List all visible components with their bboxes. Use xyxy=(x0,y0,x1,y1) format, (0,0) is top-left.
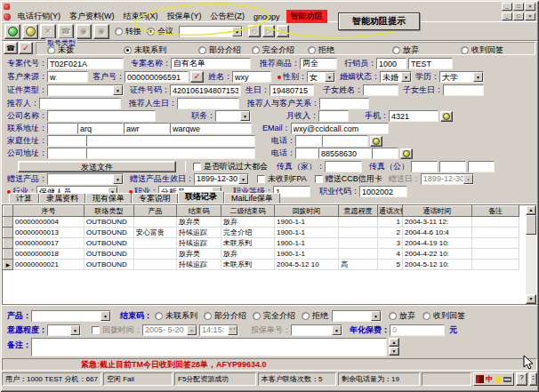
agent-icon[interactable]: ◉ xyxy=(76,24,92,39)
chevron-down-icon[interactable]: ▼ xyxy=(70,325,80,335)
callback-date-combo[interactable]: 2005- 5-20▼ xyxy=(142,324,197,336)
remark-textarea[interactable] xyxy=(31,338,387,356)
customer-check-icon[interactable]: ✓ xyxy=(190,71,204,83)
col-contact-type[interactable]: 联络类型 xyxy=(84,206,134,217)
child-name-input[interactable] xyxy=(363,84,398,96)
company-addr2-input[interactable] xyxy=(86,148,255,159)
tool-home-icon[interactable]: ⌂ xyxy=(277,25,289,37)
restore-icon[interactable]: □ xyxy=(513,3,524,11)
chevron-down-icon[interactable]: ▼ xyxy=(371,311,381,321)
phone-office1-input[interactable] xyxy=(295,148,318,159)
spin-down-icon[interactable]: ▼ xyxy=(389,347,399,356)
heard-metlife-checkbox[interactable] xyxy=(193,163,201,171)
tool-play-icon[interactable]: ▷ xyxy=(262,25,275,37)
referrer-rel-input[interactable] xyxy=(319,98,369,109)
project-code-input[interactable] xyxy=(47,58,124,69)
id-type-combo[interactable]: ▼ xyxy=(47,84,124,96)
col-call-count[interactable]: 通话次数 xyxy=(378,206,403,217)
chevron-down-icon[interactable]: ▼ xyxy=(332,325,342,335)
scroll-down-icon[interactable]: ▼ xyxy=(526,294,536,304)
chevron-down-icon[interactable]: ▼ xyxy=(232,27,242,36)
send-file-button[interactable]: 发送文件 xyxy=(18,161,176,172)
company-input[interactable] xyxy=(47,110,156,122)
callback-checkbox[interactable] xyxy=(92,326,100,334)
col-remark[interactable]: 备注 xyxy=(472,206,519,217)
premium-input[interactable] xyxy=(390,324,445,336)
fax-office1-input[interactable] xyxy=(411,161,438,172)
contact-addr1-input[interactable] xyxy=(47,123,77,134)
policy-no-combo[interactable]: ▼ xyxy=(291,324,342,336)
home-addr1-input[interactable] xyxy=(47,135,86,147)
table-row[interactable]: 00000000018OUTBOUND 放弃类放弃1900-1-1 42004-… xyxy=(4,249,519,260)
ime-cn-icon[interactable]: 中 xyxy=(486,374,493,384)
col-end-code[interactable]: 结束码 xyxy=(177,206,221,217)
fax-office2-input[interactable] xyxy=(439,161,466,172)
menu-telemarketing[interactable]: 电话行销(Y) xyxy=(13,11,65,22)
endcode-radio-reject[interactable]: 拒绝 xyxy=(302,310,328,322)
child-birth-input[interactable] xyxy=(443,84,484,96)
income-input[interactable] xyxy=(318,110,349,122)
spin-up-icon[interactable]: ▲ xyxy=(389,338,399,347)
chevron-down-icon[interactable]: ▼ xyxy=(113,85,123,95)
dial-office-icon[interactable] xyxy=(400,148,413,159)
child-close-icon[interactable]: × xyxy=(525,12,535,20)
willingness-combo[interactable]: ▼ xyxy=(47,324,81,336)
phone-office3-input[interactable] xyxy=(372,148,398,159)
company-addr1-input[interactable] xyxy=(47,148,86,159)
chevron-down-icon[interactable]: ▼ xyxy=(238,174,248,184)
endcode-radio-not-reached[interactable]: 未联系到 xyxy=(155,310,197,322)
chevron-down-icon[interactable]: ▼ xyxy=(473,72,483,82)
minimize-icon[interactable]: _ xyxy=(502,3,512,11)
table-row-selected[interactable]: ▶ 00000000021OUTBOUND 持续追踪未联系到2004-5-12 … xyxy=(4,260,519,270)
child-restore-icon[interactable]: □ xyxy=(513,12,524,20)
chevron-down-icon[interactable]: ▼ xyxy=(101,311,110,321)
source-input[interactable] xyxy=(47,71,88,83)
agent-id-input[interactable] xyxy=(376,58,406,69)
endcode-radio-partial-intro[interactable]: 部分介绍 xyxy=(204,310,246,322)
edu-combo[interactable]: 大学▼ xyxy=(439,71,484,83)
contact-addr2-input[interactable] xyxy=(77,123,124,134)
phone-icon[interactable]: ☎ xyxy=(58,24,74,39)
hold-button[interactable] xyxy=(22,24,38,39)
phone-office2-input[interactable] xyxy=(318,148,372,159)
dial-mobile-icon[interactable] xyxy=(440,111,453,122)
transfer-radio[interactable]: 转接 xyxy=(115,26,141,37)
tool-diamond-icon[interactable]: ◇ xyxy=(248,25,261,37)
referrer-birth-input[interactable] xyxy=(177,98,239,109)
answer-button[interactable] xyxy=(4,24,20,39)
ime-logo-icon[interactable] xyxy=(476,375,484,383)
extension-combo[interactable]: ▼ xyxy=(179,26,243,37)
hangup-icon[interactable]: ✕ xyxy=(40,24,56,39)
gender-combo[interactable]: 女▼ xyxy=(307,71,335,83)
menu-end-code[interactable]: 结束码(X) xyxy=(119,11,163,22)
home-addr2-input[interactable] xyxy=(86,135,255,147)
more-button[interactable]: : xyxy=(529,372,537,386)
birth-input[interactable] xyxy=(270,84,314,96)
fax-home-input[interactable] xyxy=(325,161,362,172)
tab-relatives[interactable]: 隶属资料 xyxy=(39,193,85,204)
tab-mailife-policies[interactable]: MaiLife保单 xyxy=(224,193,280,204)
col-seq[interactable]: 序号 xyxy=(13,206,84,217)
col-product[interactable]: 产品 xyxy=(134,206,177,217)
col-callback-time[interactable]: 回拨时间 xyxy=(275,206,339,217)
fpa-checkbox[interactable] xyxy=(257,175,265,183)
help-button[interactable]: ? xyxy=(516,372,527,386)
name-input[interactable] xyxy=(232,71,271,83)
phone-home1-input[interactable] xyxy=(295,135,322,147)
scroll-up-icon[interactable]: ▲ xyxy=(526,205,536,215)
agent2-icon[interactable]: ◉ xyxy=(93,24,109,39)
mobile-input[interactable] xyxy=(389,110,438,122)
close-icon[interactable]: × xyxy=(525,3,535,11)
menu-bulletin[interactable]: 公告栏(Z) xyxy=(206,11,250,22)
project-name-input[interactable] xyxy=(171,58,251,69)
email-input[interactable] xyxy=(291,123,389,134)
rec-product-input[interactable] xyxy=(300,58,337,69)
job-title-combo[interactable]: ▼ xyxy=(215,110,251,122)
table-row[interactable]: 00000000013OUTBOUND安心富贵 持续追踪完全介绍1900-1-1… xyxy=(4,228,519,238)
ccb-checkbox[interactable] xyxy=(315,175,323,183)
menu-smart-dissuade-highlighted[interactable]: 智能劝阻 xyxy=(286,10,327,23)
menu-policy[interactable]: 投保单(Y) xyxy=(163,11,206,22)
scrollbar-thumb[interactable] xyxy=(526,215,536,235)
menu-customer-data[interactable]: 客户资料(W) xyxy=(65,11,119,22)
col-sub-end-code[interactable]: 二级结束码 xyxy=(221,206,275,217)
